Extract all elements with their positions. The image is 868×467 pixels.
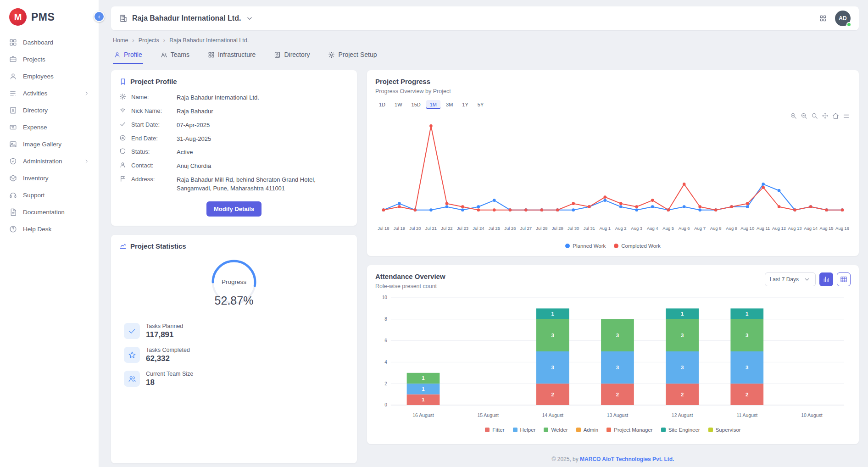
zoom-icon[interactable] bbox=[811, 112, 818, 119]
inventory-icon bbox=[9, 174, 17, 182]
sidebar-item-help-desk[interactable]: Help Desk bbox=[0, 221, 99, 238]
sidebar-item-dashboard[interactable]: Dashboard bbox=[0, 34, 99, 51]
user-avatar[interactable]: AD bbox=[835, 11, 851, 26]
range-button-1m[interactable]: 1M bbox=[426, 100, 440, 109]
legend-supervisor[interactable]: Supervisor bbox=[708, 427, 741, 433]
flag-icon bbox=[119, 175, 126, 182]
svg-text:3: 3 bbox=[616, 365, 619, 370]
sidebar-item-documentation[interactable]: Documentation bbox=[0, 204, 99, 221]
svg-text:Aug 10: Aug 10 bbox=[740, 226, 754, 231]
breadcrumb-item-home[interactable]: Home bbox=[113, 37, 128, 44]
tab-profile[interactable]: Profile bbox=[113, 47, 143, 64]
legend-completed-work[interactable]: Completed Work bbox=[614, 243, 660, 249]
range-button-1w[interactable]: 1W bbox=[391, 100, 406, 109]
legend-planned-work[interactable]: Planned Work bbox=[565, 243, 606, 249]
apps-grid-icon[interactable] bbox=[819, 15, 827, 22]
date-range-select[interactable]: Last 7 Days bbox=[765, 272, 816, 286]
check-icon bbox=[119, 121, 126, 128]
sidebar-item-administration[interactable]: Administration bbox=[0, 153, 99, 170]
field-value: Raja Bahadur Mill Rd, behind Sheraton Gr… bbox=[177, 175, 349, 193]
trend-chart-icon bbox=[119, 242, 127, 250]
person-icon bbox=[119, 161, 126, 168]
date-range-value: Last 7 Days bbox=[770, 276, 799, 283]
field-value: Anuj Chordia bbox=[177, 161, 349, 171]
gauge-label: Progress bbox=[222, 278, 246, 285]
svg-text:3: 3 bbox=[746, 333, 748, 338]
svg-text:16 August: 16 August bbox=[412, 413, 434, 418]
svg-text:Aug 11: Aug 11 bbox=[757, 226, 770, 231]
page-footer: © 2025, by MARCO AIoT Technologies Pvt. … bbox=[367, 453, 859, 463]
svg-text:3: 3 bbox=[681, 333, 684, 338]
range-button-3m[interactable]: 3M bbox=[442, 100, 456, 109]
sidebar-item-label: Activities bbox=[23, 90, 78, 97]
modify-details-button[interactable]: Modify Details bbox=[206, 201, 262, 217]
svg-text:Jul 25: Jul 25 bbox=[489, 226, 500, 231]
sidebar-item-directory[interactable]: Directory bbox=[0, 102, 99, 119]
home-icon[interactable] bbox=[832, 112, 839, 119]
legend-fitter[interactable]: Fitter bbox=[485, 427, 504, 433]
company-name: Raja Bahadur International Ltd. bbox=[132, 14, 241, 22]
profile-field-name: Name:Raja Bahadur International Ltd. bbox=[119, 93, 349, 102]
legend-swatch bbox=[544, 428, 548, 432]
app-logo[interactable]: M PMS bbox=[0, 6, 99, 34]
sidebar-item-projects[interactable]: Projects bbox=[0, 51, 99, 68]
documentation-icon bbox=[9, 208, 17, 216]
legend-project-manager[interactable]: Project Manager bbox=[606, 427, 652, 433]
projects-icon bbox=[9, 56, 17, 63]
administration-icon bbox=[9, 157, 17, 165]
zoom-out-icon[interactable] bbox=[801, 112, 807, 119]
sidebar-item-expense[interactable]: Expense bbox=[0, 119, 99, 136]
online-status-dot bbox=[846, 22, 851, 27]
sidebar-item-image-gallery[interactable]: Image Gallery bbox=[0, 136, 99, 153]
legend-site-engineer[interactable]: Site Engineer bbox=[661, 427, 700, 433]
tab-directory[interactable]: Directory bbox=[273, 47, 311, 64]
attendance-bar-chart[interactable]: 024681011116 August15 August233114 Augus… bbox=[375, 292, 851, 426]
sidebar-item-label: Projects bbox=[23, 56, 89, 63]
legend-swatch bbox=[661, 428, 666, 432]
breadcrumb-separator-icon: › bbox=[163, 37, 165, 44]
tab-infrastructure[interactable]: Infrastructure bbox=[207, 47, 256, 64]
tab-project-setup[interactable]: Project Setup bbox=[327, 47, 378, 64]
chart-view-toggle[interactable] bbox=[819, 272, 833, 286]
chart-toolbar bbox=[790, 112, 850, 119]
table-view-toggle[interactable] bbox=[837, 272, 851, 286]
svg-text:2: 2 bbox=[681, 392, 684, 397]
field-label: Name: bbox=[131, 93, 172, 100]
svg-text:Jul 30: Jul 30 bbox=[568, 226, 579, 231]
progress-line-chart[interactable]: Jul 18Jul 19Jul 20Jul 21Jul 22Jul 23Jul … bbox=[375, 111, 851, 242]
legend-label: Site Engineer bbox=[668, 427, 700, 433]
range-button-15d[interactable]: 15D bbox=[408, 100, 424, 109]
range-button-1d[interactable]: 1D bbox=[375, 100, 389, 109]
footer-company-link[interactable]: MARCO AIoT Technologies Pvt. Ltd. bbox=[580, 456, 674, 462]
svg-text:Jul 23: Jul 23 bbox=[457, 226, 468, 231]
range-button-5y[interactable]: 5Y bbox=[474, 100, 487, 109]
svg-text:11 August: 11 August bbox=[736, 413, 757, 418]
sidebar-item-activities[interactable]: Activities bbox=[0, 85, 99, 102]
svg-text:2: 2 bbox=[384, 381, 387, 386]
zoom-in-icon[interactable] bbox=[790, 112, 797, 119]
range-button-1y[interactable]: 1Y bbox=[458, 100, 472, 109]
svg-text:Aug 6: Aug 6 bbox=[679, 226, 690, 231]
sidebar-collapse-button[interactable]: ‹ bbox=[94, 11, 105, 22]
svg-text:15 August: 15 August bbox=[477, 413, 499, 418]
breadcrumb-item-projects[interactable]: Projects bbox=[139, 37, 159, 44]
stat-current-team-size: Current Team Size18 bbox=[124, 371, 349, 387]
legend-helper[interactable]: Helper bbox=[513, 427, 536, 433]
company-selector[interactable]: Raja Bahadur International Ltd. bbox=[119, 14, 254, 22]
svg-text:Aug 3: Aug 3 bbox=[631, 226, 642, 231]
svg-text:3: 3 bbox=[681, 365, 684, 370]
tab-teams[interactable]: Teams bbox=[160, 47, 190, 64]
legend-label: Helper bbox=[520, 427, 536, 433]
sidebar-item-inventory[interactable]: Inventory bbox=[0, 170, 99, 187]
sidebar-item-label: Employees bbox=[23, 73, 89, 80]
stat-label: Tasks Completed bbox=[146, 347, 190, 353]
legend-welder[interactable]: Welder bbox=[544, 427, 568, 433]
pan-icon[interactable] bbox=[822, 112, 829, 119]
legend-admin[interactable]: Admin bbox=[576, 427, 599, 433]
menu-icon[interactable] bbox=[843, 112, 850, 119]
sidebar-item-employees[interactable]: Employees bbox=[0, 68, 99, 85]
sidebar-item-support[interactable]: Support bbox=[0, 187, 99, 204]
tab-label: Profile bbox=[124, 51, 142, 58]
stats-card-title: Project Statistics bbox=[130, 242, 186, 250]
expense-icon bbox=[9, 123, 17, 131]
